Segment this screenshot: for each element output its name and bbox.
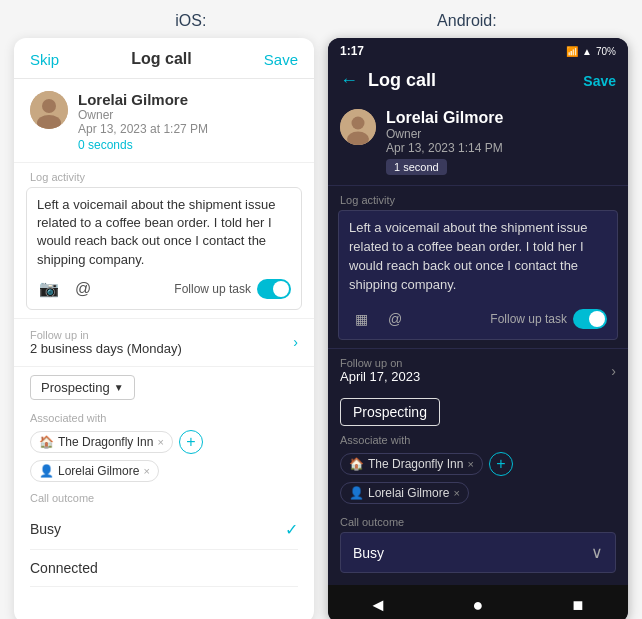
ios-stage-button[interactable]: Prospecting ▼ xyxy=(30,375,135,400)
ios-avatar xyxy=(30,91,68,129)
ios-screen: Skip Log call Save Lorelai Gilmore Owner… xyxy=(14,38,314,619)
android-wifi-icon: ▲ xyxy=(582,46,592,57)
android-recents-nav[interactable]: ■ xyxy=(562,593,594,617)
mention-icon[interactable]: @ xyxy=(71,277,95,301)
ios-outcome-connected-label: Connected xyxy=(30,560,98,576)
android-back-nav[interactable]: ◄ xyxy=(362,593,394,617)
android-title: Log call xyxy=(368,70,583,91)
ios-contact-name: Lorelai Gilmore xyxy=(78,91,298,108)
android-assoc-label: Associate with xyxy=(340,434,616,446)
android-platform-label: Android: xyxy=(437,12,497,30)
android-outcome-chevron-icon: ∨ xyxy=(591,543,603,562)
android-stage-button[interactable]: Prospecting xyxy=(340,398,440,426)
ios-outcome-busy-label: Busy xyxy=(30,521,61,537)
android-log-activity-label: Log activity xyxy=(328,186,628,210)
ios-followup-chevron: › xyxy=(293,334,298,350)
ios-outcome-busy-check: ✓ xyxy=(285,520,298,539)
android-followup-row[interactable]: Follow up on April 17, 2023 › xyxy=(328,348,628,392)
android-tag-dragonfly-name: The Dragonfly Inn xyxy=(368,457,463,471)
android-duration-badge: 1 second xyxy=(386,159,447,175)
ios-outcome-busy[interactable]: Busy ✓ xyxy=(30,510,298,550)
android-contact-role: Owner xyxy=(386,127,616,141)
android-save-button[interactable]: Save xyxy=(583,73,616,89)
android-tag-dragonfly-remove[interactable]: × xyxy=(467,458,473,470)
ios-assoc-tag-lorelai[interactable]: 👤 Lorelai Gilmore × xyxy=(30,460,159,482)
ios-follow-task-label: Follow up task xyxy=(174,282,251,296)
svg-point-4 xyxy=(352,117,365,130)
android-follow-task-label: Follow up task xyxy=(490,312,567,326)
android-log-area[interactable]: Left a voicemail about the shipment issu… xyxy=(338,210,618,340)
ios-log-text: Left a voicemail about the shipment issu… xyxy=(37,196,291,269)
ios-tag-dragonfly-name: The Dragonfly Inn xyxy=(58,435,153,449)
ios-outcome-connected[interactable]: Connected xyxy=(30,550,298,587)
ios-follow-task-toggle[interactable] xyxy=(257,279,291,299)
android-avatar xyxy=(340,109,376,145)
ios-contact-role: Owner xyxy=(78,108,298,122)
android-log-text: Left a voicemail about the shipment issu… xyxy=(349,219,607,299)
android-tag-lorelai-name: Lorelai Gilmore xyxy=(368,486,449,500)
android-assoc-tag-dragonfly[interactable]: 🏠 The Dragonfly Inn × xyxy=(340,453,483,475)
ios-tag-lorelai-remove[interactable]: × xyxy=(143,465,149,477)
camera-icon[interactable]: 📷 xyxy=(37,277,61,301)
android-outcome-value: Busy xyxy=(353,545,384,561)
ios-outcome-label: Call outcome xyxy=(30,492,298,504)
android-add-association-button[interactable]: + xyxy=(489,452,513,476)
android-sim-icon: 📶 xyxy=(566,46,578,57)
svg-point-1 xyxy=(42,99,56,113)
ios-stage-dropdown-icon: ▼ xyxy=(114,382,124,393)
android-stage-label: Prospecting xyxy=(353,404,427,420)
android-follow-task-toggle[interactable] xyxy=(573,309,607,329)
android-table-icon[interactable]: ▦ xyxy=(349,307,373,331)
android-home-nav[interactable]: ● xyxy=(462,593,494,617)
ios-followup-row[interactable]: Follow up in 2 business days (Monday) › xyxy=(14,318,314,367)
ios-save-button[interactable]: Save xyxy=(264,51,298,68)
android-battery: 70% xyxy=(596,46,616,57)
android-outcome-dropdown[interactable]: Busy ∨ xyxy=(340,532,616,573)
android-followup-chevron: › xyxy=(611,363,616,379)
ios-stage-label: Prospecting xyxy=(41,380,110,395)
android-contact-name: Lorelai Gilmore xyxy=(386,109,616,127)
ios-assoc-tag-dragonfly[interactable]: 🏠 The Dragonfly Inn × xyxy=(30,431,173,453)
ios-log-area[interactable]: Left a voicemail about the shipment issu… xyxy=(26,187,302,310)
ios-skip-button[interactable]: Skip xyxy=(30,51,59,68)
android-tag-building-icon: 🏠 xyxy=(349,457,364,471)
ios-add-association-button[interactable]: + xyxy=(179,430,203,454)
ios-tag-lorelai-name: Lorelai Gilmore xyxy=(58,464,139,478)
android-followup-value: April 17, 2023 xyxy=(340,369,420,384)
android-back-button[interactable]: ← xyxy=(340,70,358,91)
android-assoc-tag-lorelai[interactable]: 👤 Lorelai Gilmore × xyxy=(340,482,469,504)
ios-title: Log call xyxy=(131,50,191,68)
ios-duration: 0 seconds xyxy=(78,138,298,152)
ios-followup-label: Follow up in xyxy=(30,329,182,341)
ios-assoc-label: Associated with xyxy=(30,412,298,424)
ios-contact-date: Apr 13, 2023 at 1:27 PM xyxy=(78,122,298,136)
android-tag-lorelai-remove[interactable]: × xyxy=(453,487,459,499)
ios-tag-building-icon: 🏠 xyxy=(39,435,54,449)
ios-tag-person-icon: 👤 xyxy=(39,464,54,478)
android-tag-person-icon: 👤 xyxy=(349,486,364,500)
android-mention-icon[interactable]: @ xyxy=(383,307,407,331)
android-screen: 1:17 📶 ▲ 70% ← Log call Save Lorelai Gil… xyxy=(328,38,628,619)
ios-tag-dragonfly-remove[interactable]: × xyxy=(157,436,163,448)
android-outcome-label: Call outcome xyxy=(340,516,616,528)
android-contact-date: Apr 13, 2023 1:14 PM xyxy=(386,141,616,155)
ios-log-activity-label: Log activity xyxy=(14,163,314,187)
android-time: 1:17 xyxy=(340,44,364,58)
android-followup-label: Follow up on xyxy=(340,357,420,369)
ios-followup-value: 2 business days (Monday) xyxy=(30,341,182,356)
ios-platform-label: iOS: xyxy=(175,12,206,30)
